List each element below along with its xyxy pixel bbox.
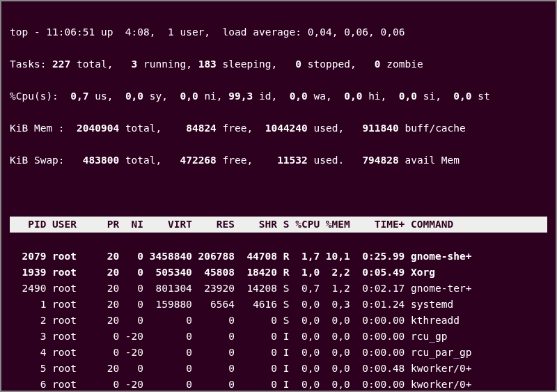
cell-pid: 6 <box>10 377 46 392</box>
cell-virt: 0 <box>143 361 192 377</box>
cell-time: 0:01.24 <box>350 297 405 313</box>
cell-time: 0:25.99 <box>350 249 405 265</box>
cell-pr: 20 <box>101 249 119 265</box>
summary-line-swap: KiB Swap: 483800 total, 472268 free, 115… <box>10 152 547 168</box>
cell-mem: 10,1 <box>320 249 350 265</box>
cell-s: I <box>277 345 289 361</box>
summary-line-tasks: Tasks: 227 total, 3 running, 183 sleepin… <box>10 56 547 72</box>
cell-virt: 801304 <box>143 281 192 297</box>
cell-res: 0 <box>192 313 235 329</box>
cell-virt: 505340 <box>143 265 192 281</box>
cell-pr: 0 <box>101 377 119 392</box>
cell-mem: 0,3 <box>320 297 350 313</box>
cell-pr: 20 <box>101 297 119 313</box>
cell-user: root <box>46 345 101 361</box>
cell-cpu: 0,0 <box>290 345 320 361</box>
cell-ni: 0 <box>119 249 143 265</box>
process-table-header: PIDUSERPRNIVIRTRESSHRS%CPU%MEMTIME+COMMA… <box>10 217 547 233</box>
process-row: 5root200000I0,00,00:00.48kworker/0+ <box>10 361 547 377</box>
cell-pid: 2490 <box>10 281 46 297</box>
cell-pid: 1939 <box>10 265 46 281</box>
cell-mem: 0,0 <box>320 313 350 329</box>
process-row: 1root20015988065644616S0,00,30:01.24syst… <box>10 297 547 313</box>
cell-cpu: 0,0 <box>290 297 320 313</box>
cell-s: S <box>277 297 289 313</box>
terminal-window[interactable]: top - 11:06:51 up 4:08, 1 user, load ave… <box>0 0 557 392</box>
cell-shr: 0 <box>235 329 277 345</box>
cell-time: 0:02.17 <box>350 281 405 297</box>
cell-user: root <box>46 361 101 377</box>
cell-s: R <box>277 249 289 265</box>
cell-cmd: gnome-she+ <box>405 249 471 265</box>
cell-virt: 0 <box>143 345 192 361</box>
process-row: 6root0-20000I0,00,00:00.00kworker/0+ <box>10 377 547 392</box>
cell-pr: 20 <box>101 313 119 329</box>
cell-pid: 3 <box>10 329 46 345</box>
cell-s: S <box>277 281 289 297</box>
blank-line <box>10 185 547 201</box>
cell-mem: 0,0 <box>320 345 350 361</box>
cell-res: 206788 <box>192 249 235 265</box>
cell-shr: 14208 <box>235 281 277 297</box>
cell-cmd: rcu_gp <box>405 329 447 345</box>
cell-s: I <box>277 329 289 345</box>
cell-time: 0:00.00 <box>350 313 405 329</box>
cell-pid: 5 <box>10 361 46 377</box>
summary-line-mem: KiB Mem : 2040904 total, 84824 free, 104… <box>10 120 547 136</box>
cell-user: root <box>46 297 101 313</box>
cell-res: 0 <box>192 329 235 345</box>
cell-cpu: 0,0 <box>290 377 320 392</box>
process-row: 2079root200345884020678844708R1,710,10:2… <box>10 249 547 265</box>
process-row: 2root200000S0,00,00:00.00kthreadd <box>10 313 547 329</box>
cell-shr: 0 <box>235 361 277 377</box>
cell-pr: 0 <box>101 345 119 361</box>
cell-shr: 0 <box>235 345 277 361</box>
cell-user: root <box>46 377 101 392</box>
cell-ni: -20 <box>119 377 143 392</box>
cell-res: 0 <box>192 361 235 377</box>
cell-cpu: 0,0 <box>290 361 320 377</box>
cell-virt: 3458840 <box>143 249 192 265</box>
cell-cmd: kworker/0+ <box>405 377 471 392</box>
cell-virt: 0 <box>143 377 192 392</box>
cell-mem: 1,2 <box>320 281 350 297</box>
cell-virt: 159880 <box>143 297 192 313</box>
cell-ni: 0 <box>119 265 143 281</box>
process-row: 4root0-20000I0,00,00:00.00rcu_par_gp <box>10 345 547 361</box>
cell-user: root <box>46 281 101 297</box>
cell-mem: 0,0 <box>320 361 350 377</box>
cell-time: 0:05.49 <box>350 265 405 281</box>
cell-s: R <box>277 265 289 281</box>
cell-user: root <box>46 329 101 345</box>
cell-virt: 0 <box>143 313 192 329</box>
cell-cpu: 0,7 <box>290 281 320 297</box>
cell-s: I <box>277 361 289 377</box>
cell-shr: 18420 <box>235 265 277 281</box>
cell-user: root <box>46 249 101 265</box>
cell-res: 23920 <box>192 281 235 297</box>
cell-user: root <box>46 265 101 281</box>
process-row: 1939root2005053404580818420R1,02,20:05.4… <box>10 265 547 281</box>
cell-pid: 2 <box>10 313 46 329</box>
cell-shr: 0 <box>235 377 277 392</box>
cell-res: 6564 <box>192 297 235 313</box>
cell-cpu: 0,0 <box>290 329 320 345</box>
process-row: 2490root2008013042392014208S0,71,20:02.1… <box>10 281 547 297</box>
summary-line-cpu: %Cpu(s): 0,7 us, 0,0 sy, 0,0 ni, 99,3 id… <box>10 88 547 104</box>
cell-time: 0:00.00 <box>350 377 405 392</box>
cell-ni: -20 <box>119 345 143 361</box>
cell-ni: 0 <box>119 313 143 329</box>
cell-ni: -20 <box>119 329 143 345</box>
cell-cmd: gnome-ter+ <box>405 281 471 297</box>
cell-user: root <box>46 313 101 329</box>
cell-pid: 1 <box>10 297 46 313</box>
cell-mem: 0,0 <box>320 377 350 392</box>
cell-res: 45808 <box>192 265 235 281</box>
cell-time: 0:00.00 <box>350 345 405 361</box>
cell-res: 0 <box>192 377 235 392</box>
cell-cmd: Xorg <box>405 265 435 281</box>
cell-time: 0:00.00 <box>350 329 405 345</box>
cell-ni: 0 <box>119 361 143 377</box>
cell-virt: 0 <box>143 329 192 345</box>
cell-pr: 20 <box>101 265 119 281</box>
